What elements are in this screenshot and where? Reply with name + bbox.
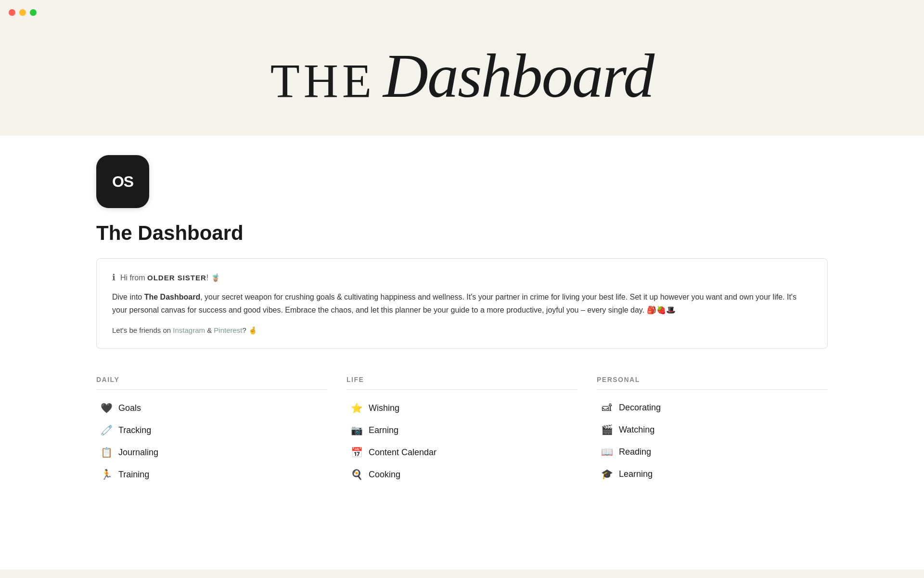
goals-icon: 🖤 [100, 402, 113, 414]
info-icon: ℹ [112, 272, 116, 283]
life-section-title: LIFE [346, 376, 578, 390]
cooking-icon: 🍳 [350, 469, 363, 480]
sections-grid: DAILY 🖤 Goals 🧷 Tracking 📋 Journaling 🏃 … [96, 372, 828, 485]
training-item[interactable]: 🏃 Training [96, 464, 327, 485]
cooking-item[interactable]: 🍳 Cooking [346, 464, 578, 485]
footer-suffix: ? 🤞 [243, 326, 258, 334]
learning-label: Learning [619, 469, 653, 479]
reading-label: Reading [619, 447, 651, 457]
reading-item[interactable]: 📖 Reading [597, 441, 828, 462]
training-icon: 🏃 [100, 469, 113, 480]
watching-label: Watching [619, 425, 654, 435]
wishing-item[interactable]: ⭐ Wishing [346, 397, 578, 419]
daily-items: 🖤 Goals 🧷 Tracking 📋 Journaling 🏃 Traini… [96, 397, 327, 485]
life-section: LIFE ⭐ Wishing 📷 Earning 📅 Content Calen… [346, 372, 578, 485]
brand-emoji: 🧋 [211, 274, 220, 282]
goals-label: Goals [118, 403, 141, 413]
journaling-item[interactable]: 📋 Journaling [96, 442, 327, 463]
titlebar [0, 0, 924, 25]
pinterest-link[interactable]: Pinterest [214, 326, 242, 334]
hero-title: THE Dashboard [270, 44, 654, 107]
hero-the-label: THE [270, 57, 375, 105]
tracking-label: Tracking [118, 425, 151, 435]
app-icon-text: OS [112, 173, 133, 191]
app-icon: OS [96, 155, 149, 208]
greeting-text: Hi from [120, 274, 147, 282]
page-title: The Dashboard [96, 222, 828, 245]
personal-items: 🛋 Decorating 🎬 Watching 📖 Reading 🎓 Lear… [597, 397, 828, 485]
watching-item[interactable]: 🎬 Watching [597, 419, 828, 440]
learning-icon: 🎓 [601, 468, 613, 480]
earning-label: Earning [369, 425, 398, 435]
watching-icon: 🎬 [601, 424, 613, 435]
close-button[interactable] [9, 9, 15, 16]
life-items: ⭐ Wishing 📷 Earning 📅 Content Calendar 🍳… [346, 397, 578, 485]
content-calendar-label: Content Calendar [369, 447, 436, 458]
hero-dashboard-label: Dashboard [383, 44, 654, 107]
decorating-label: Decorating [619, 403, 661, 413]
info-greeting: Hi from OLDER SISTER! 🧋 [120, 273, 220, 282]
earning-icon: 📷 [350, 424, 363, 436]
earning-item[interactable]: 📷 Earning [346, 420, 578, 441]
journaling-label: Journaling [118, 447, 158, 458]
info-header: ℹ Hi from OLDER SISTER! 🧋 [112, 272, 812, 283]
decorating-icon: 🛋 [601, 402, 613, 413]
minimize-button[interactable] [19, 9, 26, 16]
instagram-link[interactable]: Instagram [173, 326, 205, 334]
tracking-icon: 🧷 [100, 424, 113, 436]
footer-mid: & [205, 326, 214, 334]
learning-item[interactable]: 🎓 Learning [597, 463, 828, 485]
fullscreen-button[interactable] [30, 9, 37, 16]
daily-section-title: DAILY [96, 376, 327, 390]
content-calendar-icon: 📅 [350, 447, 363, 458]
journaling-icon: 📋 [100, 447, 113, 458]
footer-prefix: Let's be friends on [112, 326, 173, 334]
brand-name: OLDER SISTER [147, 274, 206, 282]
info-box: ℹ Hi from OLDER SISTER! 🧋 Dive into The … [96, 258, 828, 349]
decorating-item[interactable]: 🛋 Decorating [597, 397, 828, 418]
reading-icon: 📖 [601, 446, 613, 458]
goals-item[interactable]: 🖤 Goals [96, 397, 327, 419]
wishing-icon: ⭐ [350, 402, 363, 414]
info-footer: Let's be friends on Instagram & Pinteres… [112, 326, 812, 335]
page-content: OS The Dashboard ℹ Hi from OLDER SISTER!… [0, 136, 924, 569]
personal-section-title: PERSONAL [597, 376, 828, 390]
tracking-item[interactable]: 🧷 Tracking [96, 420, 327, 441]
daily-section: DAILY 🖤 Goals 🧷 Tracking 📋 Journaling 🏃 … [96, 372, 327, 485]
hero-section: THE Dashboard [0, 25, 924, 136]
training-label: Training [118, 470, 149, 480]
wishing-label: Wishing [369, 403, 399, 413]
personal-section: PERSONAL 🛋 Decorating 🎬 Watching 📖 Readi… [597, 372, 828, 485]
cooking-label: Cooking [369, 470, 400, 480]
content-calendar-item[interactable]: 📅 Content Calendar [346, 442, 578, 463]
info-body: Dive into The Dashboard, your secret wea… [112, 290, 812, 316]
